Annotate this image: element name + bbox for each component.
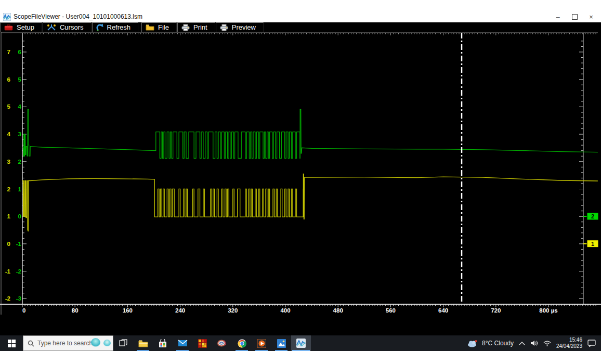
title-bar: ScopeFileViewer - User004_10101000613.ls… <box>0 11 601 23</box>
search-placeholder: Type here to search <box>37 340 93 347</box>
chevron-up-icon[interactable] <box>519 341 525 345</box>
cloud-icon <box>467 340 479 347</box>
microsoft-store-icon <box>159 339 167 348</box>
clock-date: 24/04/2023 <box>556 343 582 350</box>
cursors-icon <box>47 24 56 31</box>
jellyfish-art <box>91 338 100 347</box>
y-axis-label-ch2: -2 <box>16 268 21 275</box>
print-label: Print <box>193 23 207 31</box>
search-input[interactable]: Type here to search <box>23 335 113 351</box>
transport-bar: 00:00:050 <box>0 315 601 335</box>
taskbar-app-mail[interactable] <box>173 335 192 351</box>
file-button[interactable]: File <box>141 22 177 32</box>
scope-plot: 080160240320400480560640720800 µs7654321… <box>0 32 601 315</box>
speaker-icon[interactable] <box>530 340 538 346</box>
refresh-button[interactable]: Refresh <box>92 22 139 32</box>
windows-logo-icon <box>8 340 16 347</box>
notification-icon[interactable] <box>587 340 596 347</box>
y-axis-label-ch1: 6 <box>7 76 10 83</box>
taskbar-app-file-explorer[interactable] <box>133 335 153 351</box>
print-button[interactable]: Print <box>177 22 215 32</box>
channel-2-marker-label: 2 <box>591 213 594 219</box>
app-icon <box>3 13 11 21</box>
clock[interactable]: 15:46 24/04/2023 <box>556 337 582 350</box>
weather-text: 8°C Cloudy <box>482 340 514 347</box>
task-view-icon <box>119 339 127 347</box>
cursors-button[interactable]: Cursors <box>43 22 92 32</box>
y-axis-label-ch1: 3 <box>7 159 10 165</box>
refresh-label: Refresh <box>107 23 131 31</box>
y-axis-label-ch1: 5 <box>7 103 11 110</box>
screen: { "window": { "title": "ScopeFileViewer … <box>0 0 601 364</box>
maximize-button[interactable] <box>567 11 582 22</box>
x-axis-tick-label: 400 <box>280 307 290 314</box>
taskbar-app-grid[interactable] <box>192 335 212 351</box>
app-grid-icon <box>198 339 207 348</box>
printer-icon <box>220 24 228 31</box>
taskbar-app-store[interactable] <box>153 335 173 351</box>
y-axis-label-ch2: 4 <box>18 103 22 110</box>
x-axis-tick-label: 0 <box>22 307 25 314</box>
y-axis-label-ch2: 6 <box>18 49 21 55</box>
x-axis-tick-label: 640 <box>438 307 448 314</box>
y-axis-label-ch2: 3 <box>18 131 21 137</box>
app-dish-icon <box>217 339 227 347</box>
channel-1-marker-label: 1 <box>591 241 594 247</box>
close-button[interactable]: × <box>583 11 599 22</box>
start-button[interactable] <box>0 335 23 351</box>
wifi-icon[interactable] <box>543 341 551 346</box>
x-axis-tick-label: 720 <box>491 307 501 314</box>
clock-time: 15:46 <box>556 337 582 344</box>
y-axis-label-ch2: -1 <box>16 241 22 247</box>
jellyfish-art <box>103 340 111 347</box>
scope-file-viewer-icon <box>296 339 306 348</box>
printer-icon <box>181 24 190 31</box>
x-axis-tick-label: 240 <box>175 307 185 314</box>
toolbox-icon <box>4 24 13 31</box>
taskbar: Type here to search <box>0 335 601 351</box>
preview-label: Preview <box>232 23 256 31</box>
y-axis-label-ch2: 5 <box>18 76 22 83</box>
x-axis-tick-label: 560 <box>386 307 396 314</box>
setup-button[interactable]: Setup <box>0 22 42 32</box>
window-title: ScopeFileViewer - User004_10101000613.ls… <box>14 13 142 20</box>
y-axis-label-ch1: 0 <box>7 241 10 247</box>
ch2-trace <box>22 110 598 159</box>
taskbar-app-chrome[interactable] <box>232 335 252 351</box>
media-player-icon <box>257 339 266 348</box>
mail-icon <box>178 340 188 347</box>
system-tray: 8°C Cloudy 15:46 24/04/2023 <box>467 335 601 351</box>
desktop-top-strip <box>0 0 601 11</box>
scope-plot-area: 080160240320400480560640720800 µs7654321… <box>0 32 601 315</box>
taskbar-app-dish[interactable] <box>212 335 232 351</box>
x-axis-tick-label: 160 <box>123 307 133 314</box>
y-axis-label-ch2: -3 <box>16 295 21 302</box>
y-axis-label-ch1: -1 <box>5 268 11 275</box>
taskbar-app-photos[interactable] <box>271 335 291 351</box>
y-axis-label-ch1: 1 <box>7 213 11 219</box>
y-axis-label-ch1: 2 <box>7 186 10 192</box>
desktop-bottom-strip <box>0 351 601 364</box>
file-label: File <box>158 23 169 31</box>
search-icon <box>28 340 34 347</box>
cursors-label: Cursors <box>60 23 84 31</box>
task-view-button[interactable] <box>113 335 133 351</box>
refresh-icon <box>96 23 103 31</box>
x-axis-tick-label: 800 µs <box>539 307 557 314</box>
x-axis-tick-label: 480 <box>333 307 343 314</box>
y-axis-label-ch2: 1 <box>18 186 22 192</box>
preview-button[interactable]: Preview <box>216 22 264 32</box>
y-axis-label-ch2: 2 <box>18 159 21 165</box>
file-explorer-icon <box>138 340 148 347</box>
y-axis-label-ch2: 0 <box>18 213 21 219</box>
minimize-button[interactable]: – <box>550 11 566 22</box>
taskbar-app-media-player[interactable] <box>252 335 271 351</box>
y-axis-label-ch1: 4 <box>7 131 11 137</box>
taskbar-app-scope-file-viewer[interactable] <box>291 335 311 351</box>
chrome-icon <box>238 339 246 348</box>
weather-widget[interactable]: 8°C Cloudy <box>467 340 514 347</box>
toolbar: Setup Cursors Refresh <box>0 22 601 32</box>
x-axis-tick-label: 80 <box>72 307 79 314</box>
x-axis-tick-label: 320 <box>228 307 238 314</box>
ch1-trace <box>22 174 598 231</box>
